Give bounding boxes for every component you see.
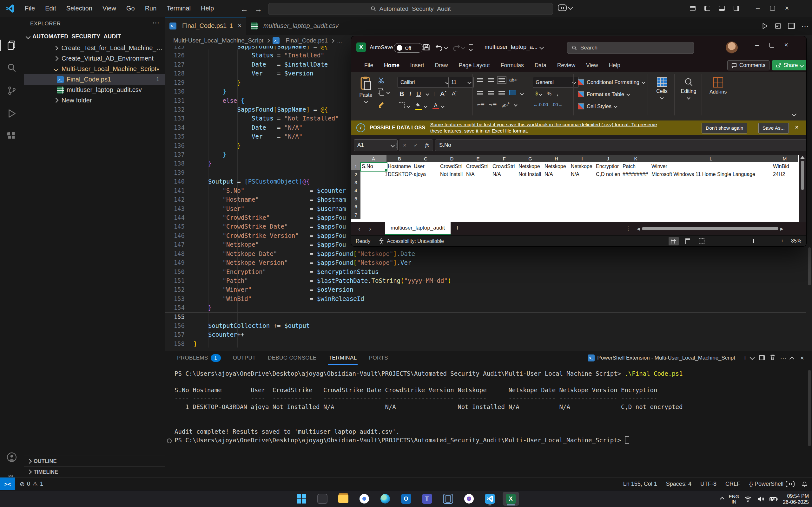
zoom-out-icon[interactable]: −: [727, 238, 730, 244]
cell-J3[interactable]: [595, 178, 624, 187]
cell-E1[interactable]: CrowdStri: [465, 162, 494, 171]
tab-multiuser-laptop-audit-csv[interactable]: multiuser_laptop_audit.csv: [246, 17, 343, 35]
cell-C5[interactable]: [412, 195, 442, 203]
cell-I7[interactable]: [569, 211, 598, 219]
customize-layout-icon[interactable]: [686, 2, 700, 14]
remote-indicator[interactable]: ><: [0, 477, 15, 491]
cut-icon[interactable]: [378, 77, 385, 85]
cell-H6[interactable]: [543, 203, 572, 211]
toggle-secondary-sidebar-icon[interactable]: [729, 2, 744, 14]
tree-item-new-folder[interactable]: New folder: [24, 95, 165, 106]
redo-icon[interactable]: [452, 43, 464, 51]
cell-A6[interactable]: [360, 203, 389, 211]
save-as-button[interactable]: Save As...: [758, 123, 789, 133]
search-view-icon[interactable]: [6, 62, 18, 74]
cell-F7[interactable]: [491, 211, 520, 219]
cell-K3[interactable]: [621, 178, 653, 187]
cell-D3[interactable]: [439, 178, 468, 187]
col-header-J[interactable]: J: [595, 155, 622, 163]
cell-C6[interactable]: [412, 203, 442, 211]
cell-M7[interactable]: [772, 211, 801, 219]
taskbar-app-vscode[interactable]: [482, 492, 498, 506]
copilot-status-icon[interactable]: [786, 481, 795, 487]
extensions-icon[interactable]: [6, 131, 18, 143]
cell-H5[interactable]: [543, 195, 572, 203]
problems-status[interactable]: ⊘ 0 ⚠ 1: [20, 481, 43, 488]
decrease-indent-icon[interactable]: ⇦☰: [477, 102, 485, 107]
align-center-icon[interactable]: [488, 91, 494, 96]
menu-go[interactable]: Go: [121, 3, 140, 14]
cell-H2[interactable]: N/A: [543, 170, 572, 178]
cell-G2[interactable]: Not Install: [517, 170, 546, 178]
share-button[interactable]: Share: [772, 60, 806, 70]
col-header-H[interactable]: H: [543, 155, 570, 163]
taskbar-app-edge[interactable]: [377, 492, 394, 506]
tree-item-multiuser-laptop-audit-csv[interactable]: multiuser_laptop_audit.csv: [24, 84, 165, 95]
taskbar-app-start[interactable]: [293, 492, 310, 506]
taskbar-app-file-explorer[interactable]: [335, 492, 352, 506]
select-all-corner[interactable]: [351, 155, 361, 163]
cell-L5[interactable]: [650, 195, 774, 203]
cell-K6[interactable]: [621, 203, 653, 211]
underline-button[interactable]: U: [416, 90, 421, 98]
cell-G4[interactable]: [517, 186, 546, 195]
cell-E4[interactable]: [465, 186, 494, 195]
section-timeline[interactable]: TIMELINE: [24, 466, 165, 477]
taskbar-app-task-view[interactable]: [314, 492, 331, 506]
spreadsheet-grid[interactable]: ABCDEFGHIJKLM1S.NoHostnameUserCrowdStriC…: [351, 155, 799, 222]
cell-B6[interactable]: [387, 203, 415, 211]
cell-A5[interactable]: [360, 195, 389, 203]
font-size-combo[interactable]: 11: [448, 77, 474, 88]
cell-F3[interactable]: [491, 178, 520, 187]
row-header-5[interactable]: 5: [351, 195, 361, 203]
grid-vscrollbar[interactable]: [799, 155, 806, 222]
fill-color-icon[interactable]: [415, 102, 422, 110]
terminal-scrollbar[interactable]: [808, 370, 811, 446]
align-bottom-icon[interactable]: [499, 78, 505, 82]
cell-L7[interactable]: [650, 211, 774, 219]
styles-item-conditional-formatting[interactable]: Conditional Formatting: [578, 76, 645, 88]
increase-indent-icon[interactable]: ⇨☰: [489, 102, 497, 107]
cell-C3[interactable]: [412, 178, 442, 187]
panel-maximize-icon[interactable]: [790, 356, 795, 361]
minimize-button[interactable]: –: [751, 0, 765, 16]
cell-H4[interactable]: [543, 186, 572, 195]
row-header-2[interactable]: 2: [351, 170, 361, 178]
grow-font-icon[interactable]: Aˆ: [440, 90, 447, 98]
nav-forward-icon[interactable]: →: [254, 5, 262, 14]
warning-message-link[interactable]: Some features might be lost if you save …: [430, 121, 657, 134]
status-ln-155-col-1[interactable]: Ln 155, Col 1: [623, 481, 657, 487]
col-header-E[interactable]: E: [465, 155, 492, 163]
panel-tab-debug-console[interactable]: DEBUG CONSOLE: [267, 351, 317, 365]
align-right-icon[interactable]: [499, 91, 505, 96]
cell-M1[interactable]: WinBid: [772, 162, 801, 171]
toggle-panel-icon[interactable]: [715, 2, 729, 14]
account-avatar[interactable]: [726, 42, 738, 54]
language-indicator[interactable]: ENGIN: [729, 494, 739, 504]
breadcrumb-item[interactable]: Multi-User_Local_Machine_Script: [173, 37, 263, 44]
excel-minimize-button[interactable]: –: [750, 39, 764, 51]
status-utf-8[interactable]: UTF-8: [700, 481, 716, 487]
clock[interactable]: 09:54 PM26-06-2025: [783, 493, 809, 505]
kill-terminal-icon[interactable]: [767, 354, 778, 362]
cell-J6[interactable]: [595, 203, 624, 211]
breadcrumb-item[interactable]: Final_Code.ps1: [286, 37, 328, 44]
scroll-up-icon[interactable]: [800, 156, 805, 159]
taskbar-app-chrome[interactable]: [356, 492, 372, 506]
taskbar-app-excel[interactable]: X: [503, 492, 519, 506]
cell-K2[interactable]: #########: [621, 170, 653, 178]
collapse-ribbon-icon[interactable]: [792, 111, 796, 117]
italic-button[interactable]: I: [409, 90, 411, 98]
col-header-C[interactable]: C: [412, 155, 439, 163]
cell-A4[interactable]: [360, 186, 389, 195]
panel-tab-terminal[interactable]: TERMINAL: [328, 351, 357, 365]
ribbon-tab-insert[interactable]: Insert: [405, 62, 429, 69]
cell-B1[interactable]: Hostname: [387, 162, 415, 171]
save-icon[interactable]: [422, 43, 430, 53]
section-outline[interactable]: OUTLINE: [24, 456, 165, 466]
run-debug-icon[interactable]: [6, 108, 18, 119]
col-header-I[interactable]: I: [569, 155, 595, 163]
cell-E3[interactable]: [465, 178, 494, 187]
font-name-combo[interactable]: Calibri: [398, 77, 452, 88]
percent-style-icon[interactable]: %: [547, 91, 552, 97]
